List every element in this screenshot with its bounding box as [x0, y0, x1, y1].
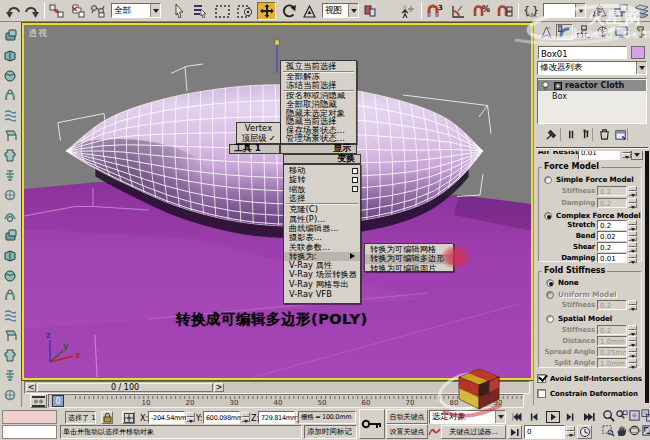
- menu-item[interactable]: Vertex: [237, 123, 280, 133]
- simple-damping-spinner[interactable]: [628, 198, 637, 208]
- reactor-toy-car-icon[interactable]: [1, 246, 20, 265]
- simple-damping-input[interactable]: 0.2: [597, 198, 627, 208]
- time-configuration-button[interactable]: [577, 425, 592, 439]
- spatial-stiffness-spinner[interactable]: [628, 325, 637, 335]
- uniform-stiffness-spinner[interactable]: [628, 300, 637, 310]
- reference-coordsys-dropdown[interactable]: 视图: [322, 3, 359, 18]
- reactor-soft-body-modifier-icon[interactable]: [1, 326, 20, 345]
- nav-pan-button[interactable]: [615, 423, 628, 437]
- reactor-angular-dashpot-icon[interactable]: [1, 186, 20, 205]
- track-bar[interactable]: 10 20 30 40 50 60 70 80 90 100: [48, 394, 524, 408]
- key-filters-button[interactable]: 关键点过滤器...: [441, 425, 506, 439]
- nav-arc-rotate-button[interactable]: [628, 423, 641, 437]
- spread-angle-spinner[interactable]: [628, 347, 637, 357]
- settings-box-icon[interactable]: [352, 177, 358, 183]
- split-angle-input[interactable]: 1.0mm: [597, 358, 627, 368]
- stack-row[interactable]: Box: [538, 91, 646, 102]
- go-to-end-button[interactable]: [581, 409, 597, 424]
- undo-button[interactable]: [5, 2, 22, 20]
- reactor-motor-icon[interactable]: [1, 206, 20, 225]
- reactor-rope-collection-icon[interactable]: [1, 86, 20, 105]
- radio-on-icon[interactable]: [546, 279, 554, 287]
- previous-frame-button[interactable]: [528, 409, 543, 424]
- play-button[interactable]: [545, 409, 561, 424]
- dropdown-arrow-icon[interactable]: [575, 4, 585, 17]
- reactor-linear-dashpot-icon[interactable]: [1, 166, 20, 185]
- redo-button[interactable]: [23, 2, 40, 20]
- select-and-manipulate-button[interactable]: [399, 2, 417, 20]
- angle-snap-toggle-button[interactable]: [448, 2, 468, 20]
- y-coord-field[interactable]: 600.098mm: [203, 411, 240, 424]
- radio-off-icon[interactable]: [544, 176, 552, 184]
- spatial-model-radio-row[interactable]: Spatial Model: [546, 314, 612, 323]
- go-to-start-button[interactable]: [510, 409, 525, 424]
- expand-plus-icon[interactable]: [554, 82, 562, 90]
- split-angle-spinner[interactable]: [628, 358, 637, 368]
- time-slider-track[interactable]: < 0 / 100 >: [24, 381, 530, 394]
- none-radio-row[interactable]: None: [546, 278, 579, 287]
- object-color-swatch[interactable]: [631, 46, 645, 59]
- trackbar-frame-marker[interactable]: 0: [52, 395, 64, 407]
- selected-filter-dropdown[interactable]: 选定对象: [429, 410, 506, 424]
- window-crossing-button[interactable]: [235, 2, 255, 20]
- macro-recorder-mini-listener[interactable]: [2, 410, 57, 424]
- settings-box-icon[interactable]: [352, 186, 358, 192]
- nav-zoom-all-button[interactable]: [615, 408, 628, 422]
- select-and-link-button[interactable]: [47, 2, 65, 20]
- distance-spinner[interactable]: [628, 336, 637, 346]
- distance-input[interactable]: 1.0mm: [597, 336, 627, 346]
- nav-zoom-extents-all-button[interactable]: [641, 408, 650, 422]
- menu-item[interactable]: 曲线编辑器...: [284, 224, 360, 233]
- menu-item[interactable]: 顶层级✓: [237, 133, 280, 143]
- absolute-relative-coord-toggle[interactable]: [122, 411, 135, 424]
- select-and-move-button[interactable]: [257, 2, 276, 20]
- radio-off-icon[interactable]: [546, 291, 554, 299]
- viewport-label[interactable]: 透视: [28, 27, 48, 40]
- radio-off-icon[interactable]: [546, 315, 554, 323]
- nav-zoom-region-button[interactable]: [602, 423, 615, 437]
- spread-angle-input[interactable]: 0.25mm: [597, 347, 627, 357]
- select-and-scale-button[interactable]: [300, 2, 319, 20]
- object-name-field[interactable]: Box01: [538, 46, 627, 59]
- lightbulb-icon[interactable]: [541, 81, 550, 90]
- add-time-tag-panel[interactable]: 添加时间标记: [304, 425, 357, 439]
- menu-item[interactable]: 转换为:: [284, 252, 360, 261]
- stretch-spinner[interactable]: [628, 220, 637, 230]
- stack-pin-stack-button[interactable]: [543, 127, 560, 142]
- menu-item[interactable]: 全部取消隐藏: [281, 100, 356, 109]
- reactor-water-icon[interactable]: [1, 286, 20, 305]
- menu-item[interactable]: 缩放: [284, 185, 360, 194]
- dropdown-arrow-icon[interactable]: [636, 62, 646, 74]
- menu-item[interactable]: V-Ray 网格导出: [284, 280, 360, 289]
- set-key-button[interactable]: 设置关键点: [386, 424, 428, 439]
- menu-item[interactable]: V-Ray VFB: [284, 289, 360, 298]
- menu-item[interactable]: 克隆(C): [284, 205, 360, 214]
- modifier-list-dropdown[interactable]: 修改器列表: [537, 61, 647, 75]
- clipped-spinner[interactable]: [622, 151, 631, 158]
- simple-stiffness-input[interactable]: 0.2: [597, 186, 627, 196]
- frame-spinner[interactable]: [566, 426, 575, 436]
- settings-box-icon[interactable]: [352, 168, 358, 174]
- nav-zoom-extents-button[interactable]: [628, 408, 641, 422]
- complex-damping-input[interactable]: 0.01: [597, 253, 627, 263]
- uniform-model-radio-row[interactable]: Uniform Model: [546, 290, 616, 299]
- menu-item[interactable]: 摄影表...: [284, 233, 360, 242]
- set-key-mode-toggle[interactable]: [359, 409, 385, 439]
- menu-item[interactable]: V-Ray 属性: [284, 261, 360, 270]
- time-slider-handle[interactable]: 0 / 100: [37, 383, 213, 392]
- rectangular-selection-region-button[interactable]: [212, 2, 232, 20]
- menu-item[interactable]: 冻结当前选择: [281, 81, 356, 90]
- spinner-snap-toggle-button[interactable]: [495, 2, 514, 20]
- x-spinner[interactable]: [186, 412, 195, 422]
- menu-item[interactable]: 隐藏未选定对象: [281, 109, 356, 118]
- bend-spinner[interactable]: [628, 231, 637, 241]
- rollout-dropdown-arrow[interactable]: [631, 151, 643, 160]
- stack-row-selected[interactable]: reactor Cloth: [538, 80, 646, 91]
- unlink-selection-button[interactable]: [68, 2, 86, 20]
- simple-stiffness-spinner[interactable]: [628, 186, 637, 196]
- command-panel-tab-create[interactable]: [537, 24, 554, 40]
- reactor-fracture-icon[interactable]: [1, 266, 20, 285]
- menu-item[interactable]: 隐藏当前选择: [281, 117, 356, 126]
- auto-key-button[interactable]: 自动关键点: [386, 409, 428, 424]
- menu-item[interactable]: 保存场景状态...: [281, 126, 356, 135]
